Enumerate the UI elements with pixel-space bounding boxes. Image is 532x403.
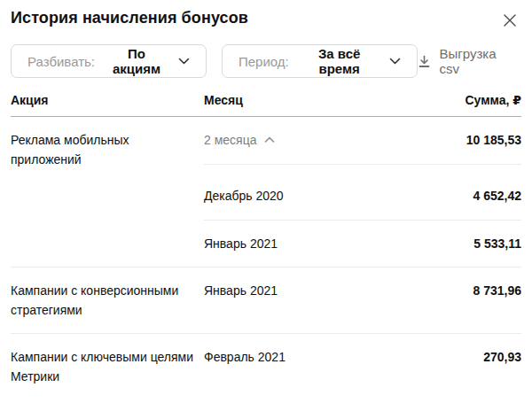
table-subrow: Декабрь 2020 4 652,42 (11, 173, 521, 221)
export-csv-label: Выгрузка csv (439, 46, 520, 76)
toolbar: Разбивать: По акциям Период: За всё врем… (11, 44, 521, 78)
chevron-up-icon (264, 136, 275, 143)
amount-cell: 270,93 (388, 347, 521, 367)
table-header-row: Акция Месяц Сумма, ₽ (11, 93, 521, 117)
action-cell: Кампании с ключевыми целями Метрики (11, 347, 204, 386)
export-csv-link[interactable]: Выгрузка csv (418, 46, 521, 76)
chevron-down-icon (389, 58, 401, 65)
amount-cell: 10 185,53 (388, 130, 521, 165)
table-row: Кампании с конверсионными стратегиями Ян… (11, 267, 521, 334)
month-cell: Февраль 2021 (204, 347, 388, 367)
amount-cell: 8 731,96 (388, 281, 521, 300)
column-header-action: Акция (11, 93, 204, 107)
download-icon (418, 55, 431, 68)
table-subrow: Январь 2021 5 533,11 (11, 221, 521, 267)
month-cell: Декабрь 2020 (204, 186, 388, 221)
column-header-amount: Сумма, ₽ (388, 93, 521, 107)
close-icon[interactable] (500, 11, 520, 30)
action-cell: Кампании с конверсионными стратегиями (11, 281, 204, 320)
group-toggle[interactable]: 2 месяца (204, 130, 275, 150)
breakdown-dropdown[interactable]: Разбивать: По акциям (11, 44, 207, 78)
bonus-table: Акция Месяц Сумма, ₽ Реклама мобильных п… (11, 93, 521, 403)
month-cell: Январь 2021 (204, 281, 388, 300)
modal-header: История начисления бонусов (11, 9, 521, 30)
page-title: История начисления бонусов (11, 9, 248, 27)
month-cell: Январь 2021 (204, 234, 388, 253)
amount-cell: 5 533,11 (388, 234, 521, 253)
action-cell (11, 186, 204, 190)
period-dropdown[interactable]: Период: За всё время (222, 44, 418, 78)
breakdown-dropdown-value: По акциям (102, 46, 171, 76)
column-header-month: Месяц (204, 93, 388, 107)
breakdown-dropdown-label: Разбивать: (27, 54, 95, 69)
period-dropdown-value: За всё время (296, 46, 383, 76)
table-total-row: Итого выгода от участия в бонусной прогр… (11, 399, 521, 403)
table-row-group: Реклама мобильных приложений 2 месяца 10… (11, 117, 521, 173)
group-month-label: 2 месяца (204, 130, 256, 150)
amount-cell: 4 652,42 (388, 186, 521, 221)
action-cell: Реклама мобильных приложений (11, 130, 204, 173)
chevron-down-icon (178, 58, 190, 65)
table-row: Кампании с ключевыми целями Метрики Февр… (11, 334, 521, 399)
period-dropdown-label: Период: (239, 54, 289, 69)
